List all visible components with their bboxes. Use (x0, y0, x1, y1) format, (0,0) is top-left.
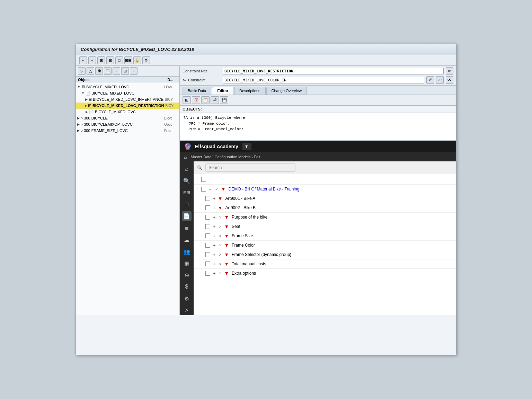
side-search-icon[interactable]: 🔍 (182, 176, 192, 186)
refresh-constraint-btn[interactable]: ↺ (426, 76, 434, 84)
side-table-icon[interactable]: ▦ (182, 223, 192, 233)
checkbox-frame-size[interactable] (205, 233, 210, 238)
chevron-purpose[interactable]: > (219, 215, 221, 219)
seat-row[interactable]: :: + > ▼ Seat (194, 222, 456, 231)
side-doc-icon[interactable]: 📄 (182, 211, 192, 221)
editor-help-btn[interactable]: ❓ (192, 96, 200, 104)
back-btn[interactable]: ← (79, 56, 87, 64)
plus-purpose-btn[interactable]: + (213, 214, 216, 220)
plus-frame-color-btn[interactable]: + (213, 242, 216, 248)
settings-btn[interactable]: ⚙ (142, 56, 150, 64)
checkbox-frame-color[interactable] (205, 243, 210, 248)
dot-btn1[interactable]: · (113, 67, 120, 75)
home-breadcrumb-icon[interactable]: ⌂ (184, 154, 187, 160)
tree-d-4: BICY (166, 104, 178, 108)
tree-arrow-2: ▼ (81, 91, 85, 95)
forward-btn[interactable]: → (88, 56, 96, 64)
undo-constraint-btn[interactable]: ↩ (436, 76, 444, 84)
copy-btn[interactable]: 📋 (104, 67, 112, 75)
constraint-value[interactable]: BICYCLE_MIXED_LOVC_COLOR_IN (223, 77, 424, 83)
nav-dropdown-btn[interactable]: ▼ (242, 143, 251, 150)
plus-demo-btn[interactable]: + (209, 186, 212, 192)
tab-descriptions[interactable]: Descriptions (234, 87, 266, 95)
chevron-demo[interactable]: ✓ (215, 187, 218, 192)
nav-title: Elfsquad Academy (195, 144, 238, 149)
editor-save-btn[interactable]: 💾 (220, 96, 228, 104)
plus-frame-size-btn[interactable]: + (213, 233, 216, 239)
checkbox-frame-selector[interactable] (205, 252, 210, 257)
chevron-total-costs[interactable]: > (219, 262, 221, 266)
side-home-icon[interactable]: ⌂ (182, 164, 192, 174)
checkbox-art9002[interactable] (205, 205, 210, 210)
table-btn[interactable]: 🏛 (95, 67, 103, 75)
art9002-row[interactable]: :: + ▼ Art9002 - Bike B (194, 203, 456, 213)
tree-item-bicycle-mixed-lovc-2[interactable]: ▼ 📄 BICYCLE_MIXED_LOVC (76, 90, 179, 96)
sort-btn[interactable]: △ (87, 67, 94, 75)
checkbox-total-costs[interactable] (205, 261, 210, 266)
dot-btn2[interactable]: · (130, 67, 138, 75)
tab-editor[interactable]: Editor (212, 87, 233, 95)
plus-frame-selector-btn[interactable]: + (213, 252, 216, 257)
lock-btn[interactable]: 🔒 (133, 56, 141, 64)
filter-btn[interactable]: ▽ (78, 67, 86, 75)
checkbox-purpose[interactable] (205, 215, 210, 220)
tree-item-inheritance[interactable]: ▶ ⊞ BICYCLE_MIXED_LOVC_INHERITANCE BICY (76, 96, 179, 103)
chevron-frame-size[interactable]: > (219, 234, 221, 238)
checkbox-art9001[interactable] (205, 196, 210, 201)
plus-art9001-btn[interactable]: + (213, 196, 216, 201)
extra-options-row[interactable]: :: + > ▼ Extra options (194, 269, 456, 278)
tree-item-bicyclemixopt[interactable]: ▶ ○ 300 BICYCLEMIXOPTLOVC Optic (76, 121, 179, 127)
refresh-btn[interactable]: ⊟ (106, 56, 114, 64)
chevron-frame-color[interactable]: > (219, 243, 221, 247)
editor-grid-btn[interactable]: ⊞ (183, 96, 191, 104)
window-btn[interactable]: □ (115, 56, 123, 64)
side-grid-icon[interactable]: ⊞⊞ (182, 188, 192, 197)
chevron-extra-options[interactable]: > (219, 271, 221, 275)
frame-color-icon: ▼ (224, 242, 229, 248)
checkbox-seat[interactable] (205, 224, 210, 229)
editor-return-btn[interactable]: ⏎ (211, 96, 219, 104)
tree-arrow: ▼ (77, 85, 80, 89)
plus-extra-options-btn[interactable]: + (213, 271, 216, 276)
tree-item-mixedlovc[interactable]: ▶ 📄 BICYCLE_MIXEDLOVC (76, 109, 179, 115)
plus-seat-btn[interactable]: + (213, 224, 216, 229)
total-costs-row[interactable]: :: + > ▼ Total manual costs (194, 259, 456, 269)
art9001-row[interactable]: :: + ▼ Art9001 - Bike A (194, 194, 456, 203)
side-globe-icon[interactable]: ⊕ (182, 270, 192, 280)
chevron-frame-selector[interactable]: > (219, 252, 221, 257)
side-dollar-icon[interactable]: $ (182, 282, 192, 292)
seat-label: Seat (232, 224, 453, 229)
checkbox-demo[interactable] (201, 187, 206, 192)
side-square-icon[interactable]: □ (182, 200, 192, 209)
checkbox-extra-options[interactable] (205, 271, 210, 276)
purpose-row[interactable]: :: + > ▼ Purpose of the bike (194, 213, 456, 222)
plus-art9002-btn[interactable]: + (213, 205, 216, 211)
edit-constraint-net-btn[interactable]: ✏ (446, 67, 453, 75)
tab-change-overview[interactable]: Change Overview (266, 87, 307, 95)
frame-color-row[interactable]: :: + > ▼ Frame Color (194, 241, 456, 250)
frame-size-row[interactable]: :: + > ▼ Frame Size (194, 231, 456, 241)
side-cloud-icon[interactable]: ☁ (182, 235, 192, 245)
tree-item-restriction[interactable]: ▶ ⊞ BICYCLE_MIXED_LOVC_RESTRICTION BICY (76, 103, 179, 109)
frame-selector-row[interactable]: :: + > ▼ Frame Selector (dynamic group) (194, 250, 456, 259)
frame-size-icon: ▼ (224, 233, 229, 239)
checkbox-blank[interactable] (201, 177, 206, 182)
plus-total-costs-btn[interactable]: + (213, 261, 216, 267)
side-chart-icon[interactable]: ▦ (182, 258, 192, 268)
search-input[interactable] (205, 163, 295, 172)
side-settings-icon[interactable]: ⚙ (182, 294, 192, 303)
tree-item-framesize[interactable]: ▶ ○ 300 FRAME_SIZE_LOVC Fram (76, 127, 179, 134)
side-arrow-icon[interactable]: > (182, 305, 192, 315)
chevron-seat[interactable]: > (219, 224, 221, 229)
editor-copy-btn[interactable]: 📋 (201, 96, 210, 104)
tree-item-300bicycle[interactable]: ▶ ○ 300 BICYCLE Bicyc (76, 115, 179, 121)
layout-btn[interactable]: ⊞⊞ (124, 56, 132, 64)
save-btn[interactable]: ⊞ (97, 56, 105, 64)
eye-constraint-btn[interactable]: 👁 (446, 76, 453, 84)
tree-item-bicycle-mixed-lovc[interactable]: ▼ 🖥 BICYCLE_MIXED_LOVC LO-V (76, 84, 179, 90)
tab-basic-data[interactable]: Basic Data (183, 87, 211, 95)
grid-btn[interactable]: ⊞ (121, 67, 129, 75)
demo-row[interactable]: :: + ✓ ▼ DEMO - Bill Of Material Bike - … (194, 185, 456, 194)
constraint-net-value[interactable]: BICYCLE_MIXED_LOVC_RESTRICTION (223, 68, 444, 74)
side-users-icon[interactable]: 👥 (182, 247, 192, 256)
